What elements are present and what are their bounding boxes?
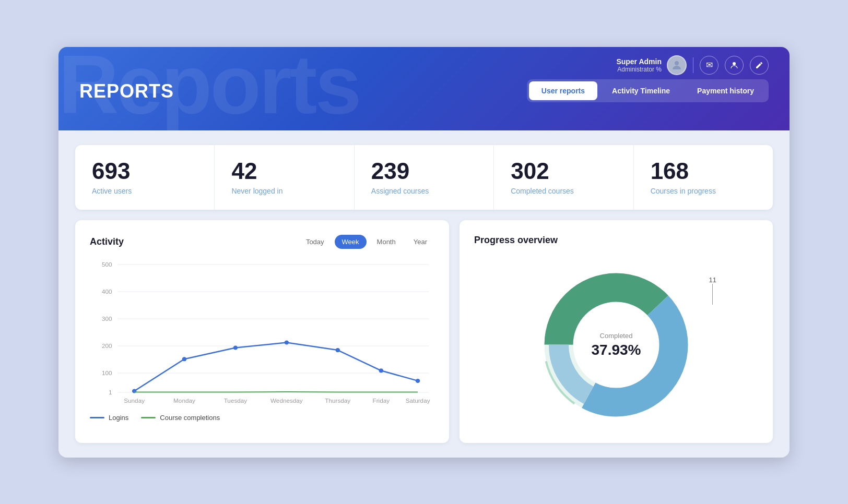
svg-text:200: 200 bbox=[102, 343, 112, 349]
svg-point-1 bbox=[733, 62, 736, 65]
svg-text:1: 1 bbox=[109, 389, 112, 395]
svg-point-24 bbox=[285, 340, 289, 344]
stat-label-assigned: Assigned courses bbox=[371, 187, 477, 195]
donut-center-value: 37.93% bbox=[592, 341, 641, 358]
svg-text:Wednesday: Wednesday bbox=[270, 398, 303, 404]
tab-activity-timeline[interactable]: Activity Timeline bbox=[599, 81, 682, 100]
filter-year[interactable]: Year bbox=[406, 235, 434, 249]
svg-text:Thursday: Thursday bbox=[325, 398, 350, 404]
page-title: REPORTS bbox=[79, 80, 174, 102]
activity-chart-area: 500 400 300 200 100 1 Sunday Monday Tues… bbox=[90, 259, 434, 405]
stat-courses-in-progress: 168 Courses in progress bbox=[634, 145, 773, 210]
time-filter-buttons: Today Week Month Year bbox=[299, 235, 434, 249]
svg-text:Sunday: Sunday bbox=[124, 398, 145, 404]
progress-title: Progress overview bbox=[474, 235, 558, 246]
stat-active-users: 693 Active users bbox=[75, 145, 215, 210]
svg-point-25 bbox=[336, 348, 340, 352]
tab-user-reports[interactable]: User reports bbox=[529, 81, 597, 100]
svg-text:400: 400 bbox=[102, 289, 112, 295]
stat-completed-courses: 302 Completed courses bbox=[494, 145, 633, 210]
user-name: Super Admin bbox=[616, 57, 662, 66]
user-role: Administrator % bbox=[616, 66, 662, 73]
header-divider bbox=[693, 57, 693, 73]
svg-text:300: 300 bbox=[102, 316, 112, 322]
stat-never-logged: 42 Never logged in bbox=[215, 145, 354, 210]
legend-logins: Logins bbox=[90, 414, 128, 422]
mail-button[interactable]: ✉ bbox=[700, 56, 719, 75]
charts-row: Activity Today Week Month Year bbox=[75, 220, 773, 443]
donut-container: 11 bbox=[474, 261, 758, 428]
stats-row: 693 Active users 42 Never logged in 239 … bbox=[75, 145, 773, 210]
svg-text:Friday: Friday bbox=[373, 398, 390, 404]
stat-assigned-courses: 239 Assigned courses bbox=[355, 145, 494, 210]
activity-chart-svg: 500 400 300 200 100 1 Sunday Monday Tues… bbox=[90, 259, 434, 405]
svg-point-22 bbox=[182, 357, 187, 361]
stat-number-assigned: 239 bbox=[371, 160, 477, 183]
stat-number-completed: 302 bbox=[511, 160, 616, 183]
filter-month[interactable]: Month bbox=[370, 235, 403, 249]
tab-payment-history[interactable]: Payment history bbox=[685, 81, 767, 100]
stat-number-active-users: 693 bbox=[92, 160, 197, 183]
activity-chart-card: Activity Today Week Month Year bbox=[75, 220, 449, 443]
header-top: Super Admin Administrator % ✉ bbox=[79, 47, 769, 79]
donut-callout-value: 11 bbox=[709, 276, 716, 284]
legend-completions-line bbox=[141, 417, 156, 418]
user-button[interactable] bbox=[725, 56, 744, 75]
legend-completions: Course completions bbox=[141, 414, 220, 422]
stat-label-in-progress: Courses in progress bbox=[651, 187, 756, 195]
svg-text:500: 500 bbox=[102, 261, 112, 268]
stat-label-never-logged: Never logged in bbox=[231, 187, 337, 195]
svg-point-27 bbox=[416, 378, 420, 382]
svg-text:Monday: Monday bbox=[173, 398, 195, 404]
stat-label-active-users: Active users bbox=[92, 187, 197, 195]
stat-label-completed: Completed courses bbox=[511, 187, 616, 195]
svg-point-0 bbox=[675, 61, 679, 65]
stat-number-in-progress: 168 bbox=[651, 160, 756, 183]
header: Reports Super Admin Administrator % ✉ bbox=[58, 47, 790, 130]
donut-center-text: Completed 37.93% bbox=[592, 331, 641, 358]
tab-buttons: User reports Activity Timeline Payment h… bbox=[527, 79, 769, 102]
filter-today[interactable]: Today bbox=[299, 235, 332, 249]
activity-chart-title: Activity bbox=[90, 236, 124, 247]
avatar bbox=[667, 55, 687, 75]
user-info: Super Admin Administrator % bbox=[616, 55, 687, 75]
user-text-block: Super Admin Administrator % bbox=[616, 57, 662, 73]
svg-point-26 bbox=[379, 368, 384, 373]
svg-text:Saturday: Saturday bbox=[406, 398, 430, 404]
donut-center-label: Completed bbox=[592, 331, 641, 339]
svg-text:100: 100 bbox=[102, 370, 112, 376]
chart-legend: Logins Course completions bbox=[90, 414, 434, 422]
donut-callout-line bbox=[712, 284, 713, 305]
svg-point-23 bbox=[233, 345, 238, 350]
legend-completions-label: Course completions bbox=[160, 414, 220, 422]
app-container: Reports Super Admin Administrator % ✉ bbox=[58, 47, 790, 458]
filter-week[interactable]: Week bbox=[335, 235, 367, 249]
progress-card: Progress overview 11 bbox=[460, 220, 773, 443]
chart-header: Activity Today Week Month Year bbox=[90, 235, 434, 249]
content: 693 Active users 42 Never logged in 239 … bbox=[58, 130, 790, 458]
legend-logins-line bbox=[90, 417, 104, 418]
stat-number-never-logged: 42 bbox=[231, 160, 337, 183]
header-bottom: REPORTS User reports Activity Timeline P… bbox=[79, 79, 769, 115]
edit-button[interactable] bbox=[750, 56, 769, 75]
legend-logins-label: Logins bbox=[109, 414, 128, 422]
svg-text:Tuesday: Tuesday bbox=[224, 398, 248, 404]
donut-callout: 11 bbox=[709, 276, 716, 305]
